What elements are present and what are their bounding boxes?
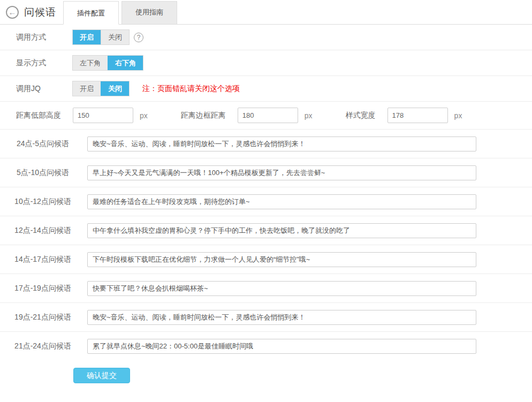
row-greeting-14-17: 14点-17点问候语 bbox=[0, 245, 532, 274]
row-greeting-17-19: 17点-19点问候语 bbox=[0, 274, 532, 303]
greeting-19-21-input[interactable] bbox=[87, 310, 476, 325]
style-width-unit: px bbox=[454, 111, 462, 120]
greeting-14-17-label: 14点-17点问候语 bbox=[0, 255, 86, 264]
tab-usage-guide[interactable]: 使用指南 bbox=[121, 1, 177, 25]
greeting-5-10-input[interactable] bbox=[87, 165, 476, 180]
jq-warning-note: 注：页面错乱请关闭这个选项 bbox=[142, 84, 240, 94]
row-greeting-10-12: 10点-12点问候语 bbox=[0, 187, 532, 216]
invoke-jq-label: 调用JQ bbox=[16, 84, 72, 94]
style-width-label: 样式宽度 bbox=[346, 111, 376, 120]
bottom-right-option[interactable]: 右下角 bbox=[108, 56, 143, 70]
invoke-mode-label: 调用方式 bbox=[16, 33, 72, 42]
bottom-height-input[interactable] bbox=[73, 108, 133, 123]
tab-plugin-config[interactable]: 插件配置 bbox=[63, 1, 119, 25]
row-greeting-5-10: 5点-10点问候语 bbox=[0, 158, 532, 187]
jq-off-option[interactable]: 关闭 bbox=[101, 81, 129, 96]
row-invoke-mode: 调用方式 开启 关闭 ? bbox=[0, 25, 532, 50]
row-greeting-19-21: 19点-21点问候语 bbox=[0, 303, 532, 332]
tab-bar: 插件配置 使用指南 bbox=[63, 1, 180, 25]
bottom-height-label: 距离低部高度 bbox=[16, 111, 61, 120]
greeting-17-19-label: 17点-19点问候语 bbox=[0, 284, 86, 293]
greeting-14-17-input[interactable] bbox=[87, 252, 476, 267]
greeting-5-10-label: 5点-10点问候语 bbox=[0, 168, 86, 178]
invoke-mode-toggle: 开启 关闭 bbox=[72, 29, 130, 45]
style-width-field: 样式宽度 px bbox=[346, 108, 462, 123]
greeting-12-14-label: 12点-14点问候语 bbox=[0, 226, 86, 236]
page-title: 问候语 bbox=[24, 5, 56, 19]
invoke-mode-off-option[interactable]: 关闭 bbox=[101, 30, 129, 44]
greeting-10-12-input[interactable] bbox=[87, 194, 476, 209]
row-invoke-jq: 调用JQ 开启 关闭 注：页面错乱请关闭这个选项 bbox=[0, 76, 532, 102]
greeting-19-21-label: 19点-21点问候语 bbox=[0, 313, 86, 322]
bottom-height-unit: px bbox=[140, 111, 148, 120]
bottom-left-option[interactable]: 左下角 bbox=[73, 56, 108, 70]
jq-on-option[interactable]: 开启 bbox=[73, 81, 101, 96]
row-greeting-24-5: 24点-5点问候语 bbox=[0, 130, 532, 158]
border-distance-field: 距离边框距离 px bbox=[181, 108, 313, 123]
greeting-12-14-input[interactable] bbox=[87, 223, 476, 238]
invoke-jq-toggle: 开启 关闭 bbox=[72, 81, 130, 96]
greeting-24-5-label: 24点-5点问候语 bbox=[0, 139, 86, 149]
greeting-21-24-label: 21点-24点问候语 bbox=[0, 342, 86, 351]
border-distance-label: 距离边框距离 bbox=[181, 111, 226, 120]
greeting-17-19-input[interactable] bbox=[87, 281, 476, 296]
back-icon[interactable]: ← bbox=[6, 6, 19, 19]
style-width-input[interactable] bbox=[387, 108, 448, 123]
row-greeting-12-14: 12点-14点问候语 bbox=[0, 216, 532, 245]
border-distance-input[interactable] bbox=[238, 108, 298, 123]
submit-row: 确认提交 bbox=[0, 361, 532, 383]
border-distance-unit: px bbox=[305, 111, 313, 120]
bottom-height-field: 距离低部高度 px bbox=[16, 108, 148, 123]
greeting-24-5-input[interactable] bbox=[87, 136, 476, 151]
confirm-submit-button[interactable]: 确认提交 bbox=[73, 368, 130, 383]
greeting-21-24-input[interactable] bbox=[87, 339, 476, 354]
page-header: ← 问候语 插件配置 使用指南 bbox=[0, 0, 532, 25]
row-display-position: 显示方式 左下角 右下角 bbox=[0, 50, 532, 76]
display-position-toggle: 左下角 右下角 bbox=[72, 55, 143, 71]
invoke-mode-on-option[interactable]: 开启 bbox=[73, 30, 101, 44]
row-greeting-21-24: 21点-24点问候语 bbox=[0, 332, 532, 361]
display-position-label: 显示方式 bbox=[16, 58, 72, 68]
row-size-settings: 距离低部高度 px 距离边框距离 px 样式宽度 px bbox=[0, 102, 532, 130]
greeting-10-12-label: 10点-12点问候语 bbox=[0, 197, 86, 207]
help-icon[interactable]: ? bbox=[134, 33, 143, 42]
